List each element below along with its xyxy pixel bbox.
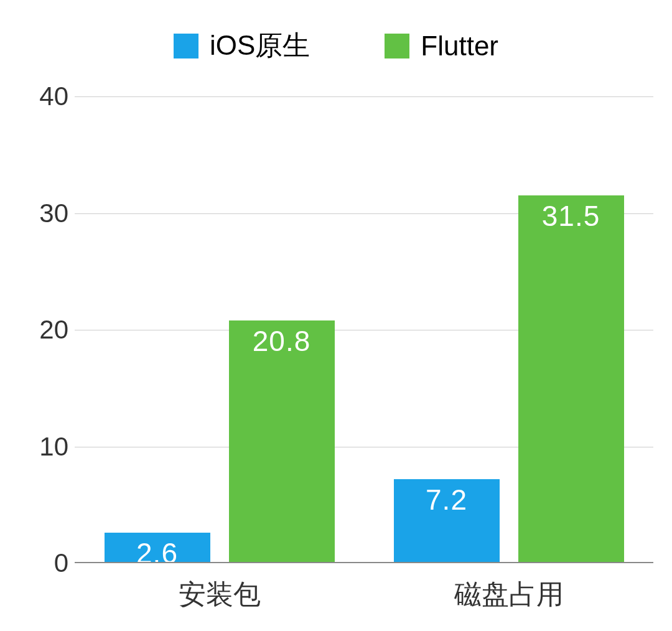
bar-label: 20.8 (229, 324, 335, 358)
bar-flutter-1: 31.5 (518, 195, 624, 563)
x-tick-label-1: 磁盘占用 (416, 576, 602, 613)
bar-label: 2.6 (105, 536, 210, 570)
legend-label-ios: iOS原生 (210, 27, 310, 64)
x-axis-line (75, 562, 653, 563)
y-tick-label: 0 (54, 548, 68, 578)
bar-label: 7.2 (394, 483, 500, 516)
bar-label: 31.5 (518, 199, 624, 233)
bar-flutter-0: 20.8 (229, 320, 335, 563)
legend-item-ios: iOS原生 (174, 27, 310, 64)
x-tick-label-0: 安装包 (126, 576, 313, 613)
y-tick-label: 40 (39, 82, 68, 111)
legend-swatch-flutter (385, 34, 409, 58)
bar-ios-0: 2.6 (105, 533, 210, 563)
chart-container: iOS原生 Flutter 2.6 20.8 7.2 31.5 0 10 20 … (0, 0, 672, 631)
y-tick-label: 30 (39, 199, 68, 228)
y-tick-label: 10 (39, 432, 68, 462)
chart-legend: iOS原生 Flutter (0, 27, 672, 64)
y-tick-label: 20 (39, 315, 68, 345)
legend-label-flutter: Flutter (421, 30, 498, 62)
legend-item-flutter: Flutter (385, 30, 498, 62)
gridline (75, 96, 653, 97)
bar-ios-1: 7.2 (394, 479, 500, 563)
plot-area: 2.6 20.8 7.2 31.5 (75, 96, 653, 563)
legend-swatch-ios (174, 34, 198, 58)
